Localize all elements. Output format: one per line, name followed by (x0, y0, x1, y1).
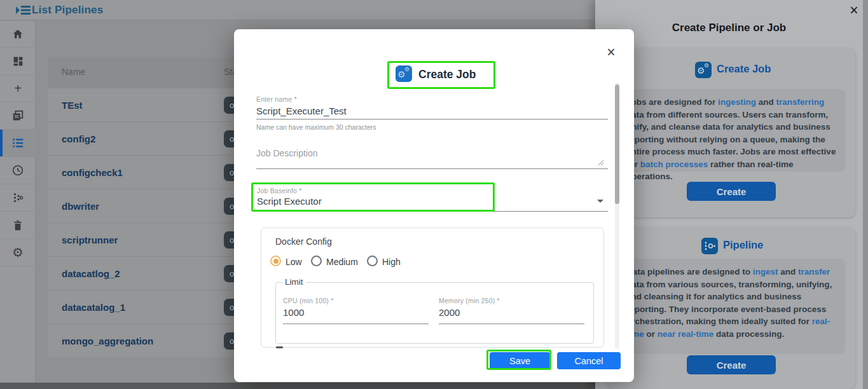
docker-config-card: Docker Config Low Medium High Limit CPU … (261, 228, 604, 348)
text-segment: or (644, 329, 658, 339)
column-header-name: Name (62, 67, 85, 77)
create-pipeline-button[interactable]: Create (687, 355, 776, 374)
gear-icon: ⚙ (12, 246, 24, 259)
page-title: List Pipelines (32, 4, 103, 17)
pipeline-section-card: Pipeline Data pipelines are designed to … (608, 228, 855, 389)
link-transfer[interactable]: transfer (798, 267, 830, 276)
radio-high[interactable] (367, 256, 378, 266)
baseinfo-select[interactable]: Script Executor (257, 196, 322, 207)
link-transferring[interactable]: transferring (776, 97, 825, 107)
radio-medium-label[interactable]: Medium (326, 257, 358, 267)
text-segment: data processing. (713, 329, 784, 339)
save-button[interactable]: Save (490, 352, 550, 369)
text-segment: Jobs are designed for (626, 97, 718, 107)
clock-icon (11, 164, 24, 177)
pipeline-name-link[interactable]: dbwriter (62, 201, 99, 212)
sidebar-item-list-pipelines[interactable] (0, 130, 36, 157)
library-icon (11, 109, 24, 122)
name-input[interactable]: Script_Executer_Test (256, 106, 347, 116)
name-field-label: Enter name * (256, 95, 297, 103)
radio-medium[interactable] (311, 256, 322, 266)
dropdown-arrow-icon[interactable] (597, 200, 603, 203)
drawer-close-icon[interactable]: × (846, 3, 862, 19)
text-segment: and (756, 97, 776, 107)
pipelines-logo-icon (16, 4, 31, 16)
textarea-resize-icon[interactable] (598, 160, 604, 166)
create-job-button[interactable]: Create (687, 182, 776, 201)
pipeline-section-heading: Pipeline (723, 239, 763, 251)
sidebar-item-settings[interactable]: ⚙ (0, 239, 36, 266)
sidebar-item-add[interactable]: + (0, 75, 36, 102)
limit-legend: Limit (282, 277, 306, 287)
job-section-card: ⚙⚙ Create Job Jobs are designed for inge… (608, 48, 855, 217)
sidebar-item-trash[interactable] (0, 212, 36, 239)
sidebar-item-home[interactable] (0, 20, 36, 48)
trash-icon (12, 219, 24, 231)
text-segment: data from various sources, transforming,… (626, 280, 832, 327)
dashboard-icon (12, 55, 24, 67)
radio-low[interactable] (270, 256, 281, 266)
baseinfo-underline (256, 211, 608, 212)
pipeline-name-link[interactable]: TEst (62, 100, 83, 111)
text-segment: and (778, 267, 799, 276)
job-description-text: Jobs are designed for ingesting and tran… (618, 89, 845, 172)
pipeline-name-link[interactable]: datacatalog_1 (62, 302, 125, 313)
link-ingesting[interactable]: ingesting (718, 97, 756, 107)
dialog-title: Create Job (418, 68, 476, 81)
drawer-scrollbar[interactable] (863, 0, 868, 389)
list-icon (11, 137, 24, 149)
pipeline-description-text: Data pipelines are designed to ingest an… (618, 259, 845, 354)
create-pipeline-or-job-drawer: × Create Pipeline or Job ⚙⚙ Create Job J… (595, 0, 868, 389)
modal-scrollbar-thumb[interactable] (615, 85, 619, 204)
link-ingest[interactable]: ingest (753, 267, 778, 276)
create-job-dialog: × ⚙⚙ Create Job Enter name * Script_Exec… (234, 29, 634, 382)
plus-icon: + (14, 82, 22, 95)
sidebar-item-schedule[interactable] (0, 157, 36, 184)
sidebar-item-dashboard[interactable] (0, 48, 36, 75)
pipeline-name-link[interactable]: datacatlog_2 (62, 268, 120, 279)
pipeline-name-link[interactable]: mongo_aggregation (62, 336, 153, 346)
link-batch-processes[interactable]: batch processes (640, 160, 708, 169)
pipeline-name-link[interactable]: config2 (62, 133, 95, 144)
pipeline-name-link[interactable]: configcheck1 (62, 167, 123, 178)
app-root: List Pipelines + ⚙ Name (0, 0, 868, 389)
sidebar-item-ml-hub[interactable] (0, 184, 36, 212)
home-icon (11, 28, 24, 41)
sidebar-nav: + ⚙ (0, 20, 36, 383)
drawer-title: Create Pipeline or Job (595, 22, 863, 34)
name-input-underline (256, 119, 608, 119)
job-gears-icon: ⚙⚙ (695, 62, 712, 78)
hub-icon (11, 191, 24, 204)
name-helper-text: Name can have maximum 30 characters (256, 123, 376, 131)
memory-underline (439, 324, 584, 324)
baseinfo-label: Job Baseinfo * (257, 187, 302, 194)
cpu-input[interactable]: 1000 (283, 307, 304, 318)
memory-label: Memory (min 250) * (439, 297, 500, 304)
link-near-real-time[interactable]: near real-time (658, 329, 714, 339)
limit-fieldset: Limit CPU (min 100) * 1000 Memory (min 2… (275, 282, 594, 344)
docker-config-title: Docker Config (275, 236, 332, 247)
description-underline (256, 168, 608, 169)
cpu-underline (283, 324, 429, 324)
pipeline-flow-icon (701, 238, 718, 254)
cpu-label: CPU (min 100) * (283, 297, 333, 304)
job-description-textarea[interactable]: Job Description (256, 148, 318, 158)
job-gears-icon: ⚙⚙ (396, 65, 412, 82)
sidebar-item-library[interactable] (0, 102, 36, 130)
pipeline-name-link[interactable]: scriptrunner (62, 235, 118, 245)
partially-visible-control (276, 346, 283, 348)
cancel-button[interactable]: Cancel (557, 352, 621, 369)
dialog-close-icon[interactable]: × (603, 44, 619, 61)
radio-low-label[interactable]: Low (286, 257, 302, 267)
memory-input[interactable]: 2000 (439, 307, 460, 318)
text-segment: Data pipelines are designed to (626, 267, 753, 276)
radio-high-label[interactable]: High (382, 257, 401, 267)
job-section-heading: Create Job (717, 63, 771, 75)
